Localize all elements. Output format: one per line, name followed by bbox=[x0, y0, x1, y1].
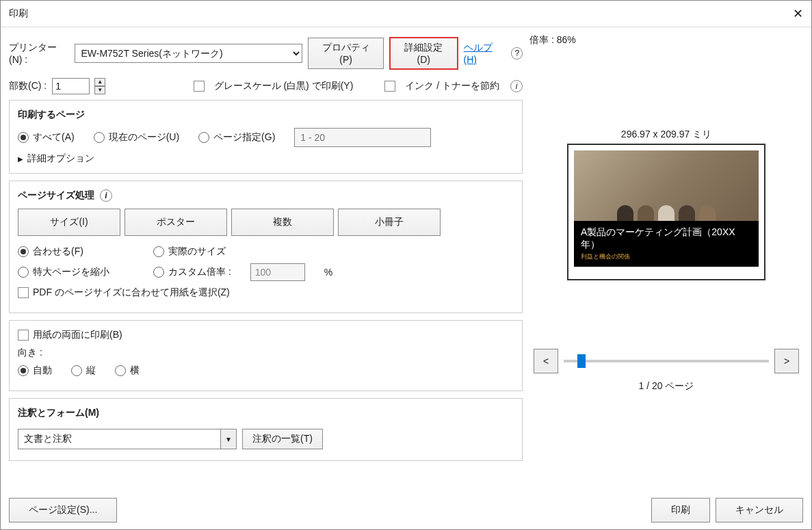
print-button[interactable]: 印刷 bbox=[651, 498, 710, 522]
detail-options-toggle[interactable]: ▶ 詳細オプション bbox=[18, 153, 514, 165]
radio-shrink[interactable]: 特大ページを縮小 bbox=[18, 266, 134, 278]
page-setup-button[interactable]: ページ設定(S)... bbox=[9, 498, 117, 522]
radio-range[interactable]: ページ指定(G) bbox=[198, 131, 275, 144]
comments-panel: 注釈とフォーム(M) ▼ 注釈の一覧(T) bbox=[9, 398, 523, 461]
printer-label: プリンター(N) : bbox=[9, 42, 69, 65]
pdf-size-checkbox[interactable] bbox=[18, 287, 29, 298]
size-title: ページサイズ処理 i bbox=[18, 189, 514, 202]
titlebar: 印刷 ✕ bbox=[1, 1, 811, 27]
next-page-button[interactable]: > bbox=[774, 349, 799, 373]
slide-title: A製品のマーケティング計画（20XX年） bbox=[581, 226, 752, 251]
info-icon[interactable]: i bbox=[100, 189, 112, 202]
advanced-settings-button[interactable]: 詳細設定(D) bbox=[389, 37, 458, 70]
size-panel: ページサイズ処理 i サイズ(I) ポスター 複数 小冊子 合わせる(F) 実際… bbox=[9, 181, 523, 313]
page-range-input[interactable] bbox=[294, 128, 431, 147]
comments-list-button[interactable]: 注釈の一覧(T) bbox=[242, 429, 323, 449]
save-ink-label: インク / トナーを節約 bbox=[405, 80, 499, 92]
radio-actual[interactable]: 実際のサイズ bbox=[153, 246, 226, 258]
pages-title: 印刷するページ bbox=[18, 109, 514, 121]
orientation-panel: 用紙の両面に印刷(B) 向き : 自動 縦 横 bbox=[9, 320, 523, 391]
copies-label: 部数(C) : bbox=[9, 80, 47, 92]
page-indicator: 1 / 20 ページ bbox=[529, 380, 803, 393]
tab-booklet[interactable]: 小冊子 bbox=[338, 209, 441, 236]
tab-poster[interactable]: ポスター bbox=[125, 209, 227, 236]
save-ink-checkbox[interactable] bbox=[384, 81, 395, 92]
print-preview: A製品のマーケティング計画（20XX年） 利益と機会の関係 bbox=[567, 144, 765, 280]
zoom-display: 倍率 : 86% bbox=[529, 34, 803, 47]
slide-subtitle: 利益と機会の関係 bbox=[581, 252, 752, 261]
radio-orient-portrait[interactable]: 縦 bbox=[71, 365, 96, 377]
duplex-label: 用紙の両面に印刷(B) bbox=[33, 329, 122, 341]
orientation-title: 向き : bbox=[18, 347, 514, 359]
spinner-down-icon[interactable]: ▼ bbox=[94, 86, 105, 94]
duplex-checkbox[interactable] bbox=[18, 330, 29, 341]
radio-fit[interactable]: 合わせる(F) bbox=[18, 246, 134, 258]
pdf-size-label: PDF のページサイズに合わせて用紙を選択(Z) bbox=[33, 287, 230, 299]
custom-scale-input[interactable] bbox=[250, 263, 305, 281]
radio-all[interactable]: すべて(A) bbox=[18, 131, 75, 144]
radio-orient-auto[interactable]: 自動 bbox=[18, 365, 52, 377]
printer-select[interactable]: EW-M752T Series(ネットワーク) bbox=[75, 44, 302, 63]
help-icon[interactable]: ? bbox=[511, 47, 523, 59]
copies-spinner[interactable]: ▲ ▼ bbox=[94, 78, 105, 94]
grayscale-checkbox[interactable] bbox=[194, 81, 205, 92]
spinner-up-icon[interactable]: ▲ bbox=[94, 78, 105, 86]
help-link[interactable]: ヘルプ(H) bbox=[464, 42, 502, 65]
cancel-button[interactable]: キャンセル bbox=[716, 498, 803, 522]
slider-thumb[interactable] bbox=[577, 354, 586, 368]
page-slider[interactable] bbox=[564, 360, 769, 362]
tab-size[interactable]: サイズ(I) bbox=[18, 209, 120, 236]
tab-multiple[interactable]: 複数 bbox=[231, 209, 334, 236]
comments-combo[interactable]: ▼ bbox=[18, 429, 237, 449]
close-icon[interactable]: ✕ bbox=[793, 6, 803, 21]
grayscale-label: グレースケール (白黒) で印刷(Y) bbox=[214, 80, 354, 92]
radio-orient-landscape[interactable]: 横 bbox=[115, 365, 140, 377]
pages-panel: 印刷するページ すべて(A) 現在のページ(U) ページ指定(G) ▶ 詳細オプ… bbox=[9, 100, 523, 174]
dialog-title: 印刷 bbox=[9, 8, 28, 20]
triangle-right-icon: ▶ bbox=[18, 155, 23, 163]
info-icon[interactable]: i bbox=[510, 80, 523, 92]
radio-custom[interactable]: カスタム倍率 : bbox=[153, 266, 231, 278]
preview-dimensions: 296.97 x 209.97 ミリ bbox=[529, 129, 803, 141]
comments-title: 注釈とフォーム(M) bbox=[18, 407, 514, 419]
chevron-down-icon[interactable]: ▼ bbox=[220, 429, 237, 449]
copies-input[interactable] bbox=[52, 78, 90, 94]
radio-current[interactable]: 現在のページ(U) bbox=[94, 131, 179, 144]
prev-page-button[interactable]: < bbox=[534, 349, 558, 373]
properties-button[interactable]: プロパティ(P) bbox=[308, 38, 384, 69]
